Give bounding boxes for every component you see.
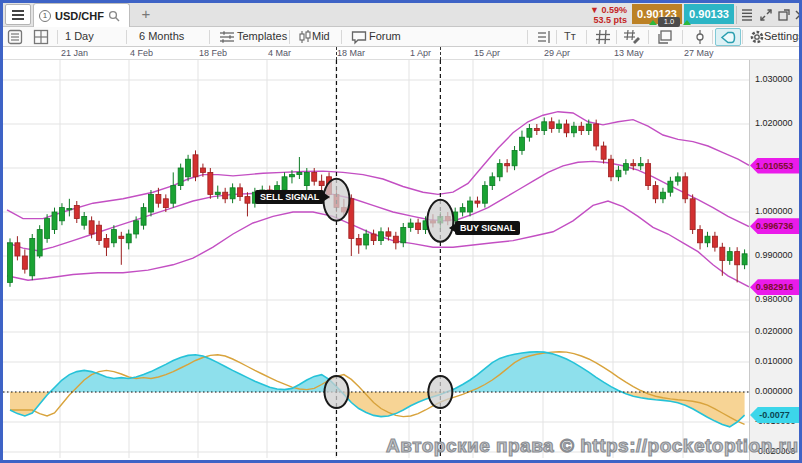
templates-icon[interactable] [218, 29, 236, 45]
divider [209, 30, 210, 44]
price-axis[interactable]: 1.0300001.0200001.0100001.0000000.990000… [749, 60, 799, 460]
divider [289, 30, 290, 44]
templates-button[interactable]: Templates [237, 30, 287, 42]
forum-button[interactable]: Forum [369, 30, 401, 42]
oscillator-value-tag: -0.0077 [750, 407, 799, 423]
divider [527, 30, 528, 44]
date-tick-label: 29 Apr [544, 48, 570, 58]
date-tick-label: 4 Mar [268, 48, 291, 58]
divider [742, 30, 743, 44]
divider [712, 30, 713, 44]
price-tick-label: 1.030000 [755, 74, 793, 84]
settings-button[interactable]: Settings [764, 30, 802, 42]
price-tick-label: 0.990000 [755, 250, 793, 260]
price-tick-label: 0.020000 [755, 326, 793, 336]
divider [736, 6, 737, 24]
search-icon[interactable] [108, 10, 120, 22]
tab-number-badge: 1 [39, 10, 51, 22]
dot-marker-icon[interactable] [691, 29, 709, 45]
main-menu-button[interactable] [5, 4, 31, 25]
sell-signal-dashed-line [336, 47, 337, 60]
magnet-mode-button-active[interactable] [715, 28, 741, 46]
range-selector[interactable]: 6 Months [139, 30, 184, 42]
spread-up-arrow-left-icon [649, 20, 657, 25]
price-tick-label: 0.000000 [755, 386, 793, 396]
buy-signal-label[interactable]: BUY SIGNAL [455, 221, 520, 235]
price-tick-label: 1.000000 [755, 206, 793, 216]
buy-quote-button[interactable]: 0.90133 [684, 4, 734, 24]
date-tick-label: 15 Apr [474, 48, 500, 58]
trading-platform-window: 1 USD/CHF + ▼ 0.59% 53.5 pts 0.90123 0.9… [0, 0, 802, 463]
band-price-tag: 1.010553 [750, 158, 799, 174]
popout-window-icon[interactable] [777, 8, 791, 22]
spread-up-arrow-right-icon [683, 20, 691, 25]
divider [341, 30, 342, 44]
grid-icon[interactable] [594, 29, 612, 45]
compare-layers-icon[interactable] [656, 29, 674, 45]
layout-grid-icon[interactable] [33, 29, 51, 45]
interval-selector[interactable]: 1 Day [65, 30, 94, 42]
tab-symbol-label: USD/CHF [55, 10, 104, 22]
drag-handle-icon[interactable] [740, 8, 754, 22]
date-tick-label: 13 May [614, 48, 644, 58]
date-tick-label: 18 Mar [337, 48, 365, 58]
date-tick-label: 4 Feb [130, 48, 153, 58]
quote-change: ▼ 0.59% 53.5 pts [573, 5, 627, 25]
watchlist-icon[interactable] [7, 29, 25, 45]
buy-signal-dashed-line [440, 47, 441, 60]
tab-usdchf[interactable]: 1 USD/CHF [33, 3, 130, 27]
chart-toolbar: 1 Day 6 Months Templates Mid Forum Tт Se… [3, 27, 799, 47]
forum-chat-icon[interactable] [350, 29, 368, 45]
mid-price-toggle[interactable]: Mid [312, 30, 330, 42]
divider [57, 30, 58, 44]
header-bar: 1 USD/CHF + ▼ 0.59% 53.5 pts 0.90123 0.9… [3, 3, 799, 27]
divider [126, 30, 127, 44]
price-tick-label: 1.020000 [755, 118, 793, 128]
price-label-icon [720, 31, 736, 44]
down-triangle-icon: ▼ [590, 5, 599, 15]
sell-signal-label[interactable]: SELL SIGNAL [255, 190, 324, 204]
change-points: 53.5 pts [573, 15, 627, 25]
close-icon[interactable] [793, 8, 802, 22]
date-tick-label: 1 Apr [410, 48, 431, 58]
fullscreen-icon[interactable] [759, 8, 773, 22]
text-tool-button[interactable]: Tт [564, 30, 576, 42]
date-tick-label: 27 May [684, 48, 714, 58]
divider [682, 30, 683, 44]
object-tree-icon[interactable] [535, 29, 553, 45]
change-percent: 0.59% [601, 5, 627, 15]
copyright-watermark: Авторские права © https://pocketoption.r… [386, 435, 799, 457]
divider [616, 30, 617, 44]
spread-badge: 1.0 [658, 17, 680, 27]
date-tick-label: 18 Feb [199, 48, 227, 58]
date-tick-label: 21 Jan [61, 48, 88, 58]
band-price-tag: 0.982916 [750, 279, 799, 295]
grid-edit-icon[interactable] [623, 29, 641, 45]
band-price-tag: 0.996736 [750, 218, 799, 234]
divider [586, 30, 587, 44]
divider [648, 30, 649, 44]
price-tick-label: 0.010000 [755, 356, 793, 366]
chart-canvas[interactable] [3, 60, 749, 460]
hamburger-icon [11, 9, 25, 21]
divider [556, 30, 557, 44]
new-tab-button[interactable]: + [137, 5, 155, 23]
time-axis[interactable]: 21 Jan4 Feb18 Feb4 Mar18 Mar1 Apr15 Apr2… [3, 47, 799, 60]
